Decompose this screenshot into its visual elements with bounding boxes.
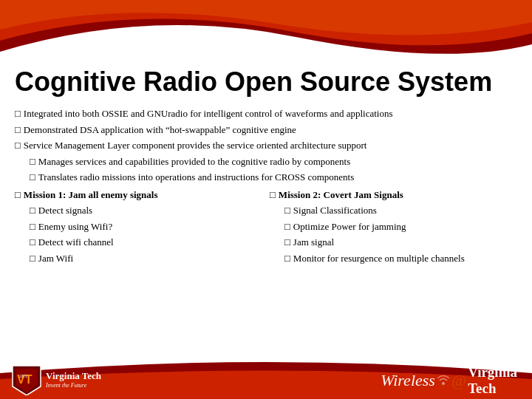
- mission-1-item-4-text: Jam Wifi: [38, 251, 73, 266]
- svg-text:1872: 1872: [19, 374, 27, 378]
- mission-1-item-1-text: Detect signals: [38, 203, 92, 218]
- mission-1-item-3-text: Detect wifi channel: [38, 235, 114, 250]
- bullet-2-text: Demonstrated DSA application with “hot-s…: [24, 123, 296, 137]
- mission-2-title: Mission 2: Covert Jam Signals: [279, 188, 403, 202]
- mission-2-item-1: □ Signal Classifications: [284, 203, 517, 218]
- sub-bullet-3b-text: Translates radio missions into operation…: [38, 170, 354, 185]
- virginia-tech-name: Virginia Tech: [46, 371, 101, 381]
- mission-1-item-4: □ Jam Wifi: [30, 251, 262, 266]
- slide-title: Cognitive Radio Open Source System: [15, 66, 517, 98]
- mission-2-item-3: □ Jam signal: [284, 235, 517, 250]
- svg-point-4: [442, 382, 445, 385]
- vt-shield-icon: VT 1872: [11, 364, 42, 395]
- bullet-1: □ Integrated into both OSSIE and GNUradi…: [15, 106, 517, 121]
- virginia-tech-logo: VT 1872 Virginia Tech Invent the Future: [11, 364, 101, 395]
- vt-label: VirginiaTech: [468, 364, 517, 397]
- sub-bullet-3b: □ Translates radio missions into operati…: [30, 170, 517, 185]
- mission-2-header: □ Mission 2: Covert Jam Signals: [270, 188, 517, 202]
- mission-1-item-3: □ Detect wifi channel: [30, 235, 262, 250]
- slide: Cognitive Radio Open Source System □ Int…: [0, 0, 532, 399]
- mission-1-header: □ Mission 1: Jam all enemy signals: [15, 188, 262, 202]
- mission-2-column: □ Mission 2: Covert Jam Signals □ Signal…: [270, 188, 517, 267]
- bullet-2: □ Demonstrated DSA application with “hot…: [15, 123, 517, 137]
- bullet-1-text: Integrated into both OSSIE and GNUradio …: [24, 106, 393, 121]
- vt-name: Virginia Tech Invent the Future: [46, 371, 101, 388]
- checkbox-3a: □: [30, 154, 35, 169]
- two-column-section: □ Mission 1: Jam all enemy signals □ Det…: [15, 188, 517, 267]
- mission-2-item-1-text: Signal Classifications: [293, 203, 377, 218]
- top-decoration: [0, 0, 532, 66]
- checkbox-3: □: [15, 138, 21, 153]
- checkbox-3b: □: [30, 170, 35, 185]
- mission-2-item-3-text: Jam signal: [293, 235, 334, 250]
- mission-1-item-2-text: Enemy using Wifi?: [38, 219, 112, 234]
- vt-tagline: Invent the Future: [46, 382, 101, 389]
- checkbox-m1: □: [15, 188, 21, 202]
- mission-1-item-1: □ Detect signals: [30, 203, 262, 218]
- mission-2-item-2: □ Optimize Power for jamming: [284, 219, 517, 234]
- mission-2-item-4-text: Monitor for resurgence on multiple chann…: [293, 251, 465, 266]
- checkbox-m2: □: [270, 188, 276, 202]
- sub-bullet-3a-text: Manages services and capabilities provid…: [38, 154, 350, 169]
- at-symbol: @: [451, 371, 466, 390]
- bullet-3: □ Service Management Layer component pro…: [15, 138, 517, 153]
- wireless-vt-logo: Wireless @ VirginiaTech: [381, 364, 517, 397]
- checkbox-1: □: [15, 106, 21, 121]
- main-content: Cognitive Radio Open Source System □ Int…: [15, 66, 517, 358]
- sub-bullet-3a: □ Manages services and capabilities prov…: [30, 154, 517, 169]
- wifi-icon: [436, 373, 451, 388]
- checkbox-2: □: [15, 123, 21, 137]
- mission-1-item-2: □ Enemy using Wifi?: [30, 219, 262, 234]
- body-text: □ Integrated into both OSSIE and GNUradi…: [15, 106, 517, 267]
- mission-1-title: Mission 1: Jam all enemy signals: [24, 188, 158, 202]
- mission-2-item-2-text: Optimize Power for jamming: [293, 219, 406, 234]
- wireless-label: Wireless: [381, 371, 435, 390]
- bullet-3-text: Service Management Layer component provi…: [24, 138, 367, 153]
- mission-2-item-4: □ Monitor for resurgence on multiple cha…: [284, 251, 517, 266]
- mission-1-column: □ Mission 1: Jam all enemy signals □ Det…: [15, 188, 262, 267]
